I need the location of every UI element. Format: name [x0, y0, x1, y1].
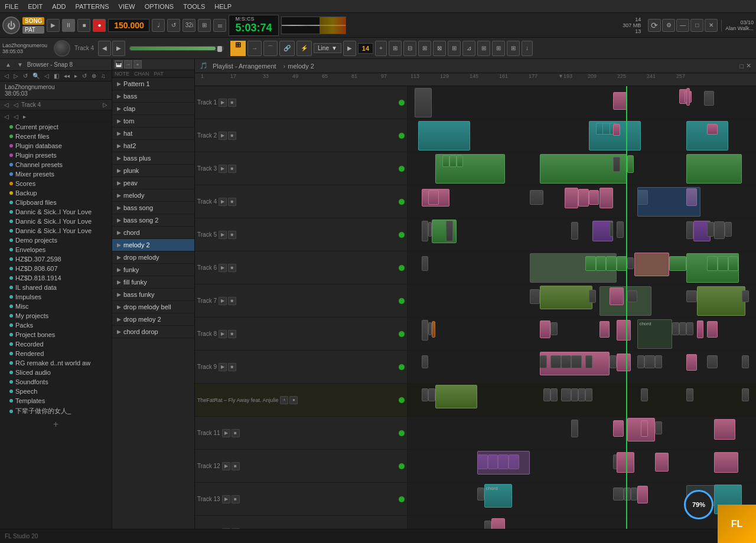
browser-nav-down[interactable]: ▼: [15, 61, 25, 68]
track-solo-6[interactable]: ■: [228, 264, 236, 272]
track-mute-2[interactable]: ▶: [219, 132, 227, 140]
block-4-6[interactable]: [589, 190, 599, 205]
block-6-12[interactable]: [718, 256, 728, 271]
block-5-11[interactable]: [707, 222, 714, 237]
browser-item-project-bones[interactable]: Project bones: [0, 330, 112, 339]
progress-bar[interactable]: [129, 46, 224, 51]
pattern-item-melody[interactable]: ▶ melody: [112, 189, 194, 202]
block-8-10[interactable]: [686, 322, 693, 335]
menu-edit[interactable]: EDIT: [23, 3, 47, 10]
block-6-13[interactable]: [728, 256, 739, 271]
browser-item-il-shared[interactable]: IL shared data: [0, 283, 112, 292]
track-solo-9[interactable]: ■: [228, 363, 236, 371]
track-solo-14[interactable]: ■: [232, 528, 240, 529]
browser-item-packs[interactable]: Packs: [0, 320, 112, 330]
snap-right-btn[interactable]: ▶: [112, 41, 125, 56]
pattern-arrow-btn[interactable]: →: [124, 60, 132, 68]
track-active-8[interactable]: [399, 331, 405, 337]
block-3-8[interactable]: [686, 154, 742, 184]
browser-item-rg-remake[interactable]: RG remake d..nt world aw: [0, 358, 112, 368]
menu-add[interactable]: ADD: [47, 3, 70, 10]
loop-button[interactable]: ↺: [167, 19, 180, 32]
block-13-chord[interactable]: chord: [484, 484, 512, 508]
block-3-3[interactable]: [449, 155, 457, 167]
pat-tag[interactable]: PAT: [22, 26, 44, 34]
channel-button[interactable]: ⊞: [198, 19, 211, 32]
mixer-button[interactable]: ⚌: [213, 19, 226, 32]
block-2-1[interactable]: [418, 121, 471, 151]
block-8-11[interactable]: [697, 320, 704, 338]
win-close[interactable]: ✕: [705, 19, 718, 32]
track-mute-4[interactable]: ▶: [219, 198, 227, 206]
block-12-8[interactable]: [655, 453, 669, 472]
block-8-chord[interactable]: chord: [637, 319, 672, 349]
pattern-item-funky[interactable]: ▶ funky: [112, 264, 194, 276]
track-cells-3[interactable]: [408, 152, 756, 185]
block-9-10[interactable]: [637, 355, 644, 368]
block-11-6[interactable]: [714, 419, 735, 440]
track-mute-6[interactable]: ▶: [219, 264, 227, 272]
track-active-7[interactable]: [399, 298, 405, 304]
pattern-item-drop-bell[interactable]: ▶ drop melody bell: [112, 301, 194, 313]
track-active-9[interactable]: [399, 364, 405, 370]
block-fat-4[interactable]: [543, 388, 550, 401]
block-8-6[interactable]: [599, 321, 610, 338]
block-7-6[interactable]: [627, 290, 638, 302]
browser-item-my-projects[interactable]: My projects: [0, 311, 112, 320]
track-mute-fatrat[interactable]: +: [280, 396, 288, 404]
block-5-13[interactable]: [725, 222, 732, 237]
browser-item-mixer-presets[interactable]: Mixer presets: [0, 169, 112, 179]
block-9-6[interactable]: [571, 355, 582, 368]
block-8-9[interactable]: [679, 322, 686, 335]
track-active-12[interactable]: [399, 463, 405, 469]
browser-vol-right[interactable]: ▸: [73, 72, 79, 80]
menu-view[interactable]: VIEW: [114, 3, 140, 10]
block-3-6[interactable]: [613, 157, 620, 172]
block-4-7[interactable]: [599, 188, 614, 208]
track-mute-3[interactable]: ▶: [219, 165, 227, 173]
pattern-item-pattern1[interactable]: ▶ Pattern 1: [112, 78, 194, 90]
pattern-item-peav[interactable]: ▶ peav: [112, 177, 194, 189]
block-7-3[interactable]: [589, 290, 596, 303]
block-7-1[interactable]: [530, 289, 540, 304]
browser-speaker[interactable]: ♫: [99, 72, 107, 80]
tree-nav2[interactable]: ◁: [12, 113, 20, 120]
track-nav3[interactable]: ▷: [101, 101, 109, 109]
menu-tools[interactable]: TOOLS: [178, 3, 210, 10]
snap-left-btn[interactable]: ◀: [98, 41, 111, 56]
block-13-2[interactable]: [613, 488, 624, 501]
menu-patterns[interactable]: PATTERNS: [71, 3, 114, 10]
pattern-item-plunk[interactable]: ▶ plunk: [112, 165, 194, 177]
browser-item-dannic2[interactable]: Dannic & Sick..l Your Love: [0, 217, 112, 226]
block-fat-9[interactable]: [585, 388, 592, 401]
block-3-7[interactable]: [627, 155, 634, 173]
browser-item-plugin-presets[interactable]: Plugin presets: [0, 151, 112, 160]
block-2-8[interactable]: [707, 124, 718, 135]
track-active-4[interactable]: [399, 199, 405, 205]
block-9-14[interactable]: [707, 355, 718, 368]
block-7-4[interactable]: [599, 286, 652, 316]
mixer-button-tb2[interactable]: ⊞: [230, 41, 246, 56]
win-maximize[interactable]: □: [690, 19, 703, 32]
song-tag[interactable]: SONG: [22, 17, 44, 25]
track-mute-8[interactable]: ▶: [219, 330, 227, 338]
track-active-1[interactable]: [399, 100, 405, 106]
block-8-1[interactable]: [422, 320, 429, 341]
block-8-3[interactable]: [432, 321, 435, 338]
block-7-7[interactable]: [686, 290, 697, 302]
playlist-maximize[interactable]: □: [739, 63, 744, 70]
browser-item-demo[interactable]: Demo projects: [0, 235, 112, 245]
browser-item-backup[interactable]: Backup: [0, 188, 112, 198]
block-7-5[interactable]: [610, 287, 624, 305]
browser-item-plugin-db[interactable]: Plugin database: [0, 141, 112, 151]
browser-fwd[interactable]: ▷: [12, 72, 20, 80]
track-solo-12[interactable]: ■: [232, 462, 240, 470]
block-fat-8[interactable]: [578, 388, 585, 401]
block-12-9[interactable]: [714, 452, 738, 473]
pattern-item-melody2[interactable]: ▶ melody 2: [112, 239, 194, 251]
grid-btn4[interactable]: ⊠: [433, 41, 446, 56]
block-9-8[interactable]: [610, 355, 617, 368]
block-12-bg[interactable]: [477, 451, 530, 475]
pattern-item-tom[interactable]: ▶ tom: [112, 115, 194, 127]
block-7-2[interactable]: [540, 286, 592, 309]
